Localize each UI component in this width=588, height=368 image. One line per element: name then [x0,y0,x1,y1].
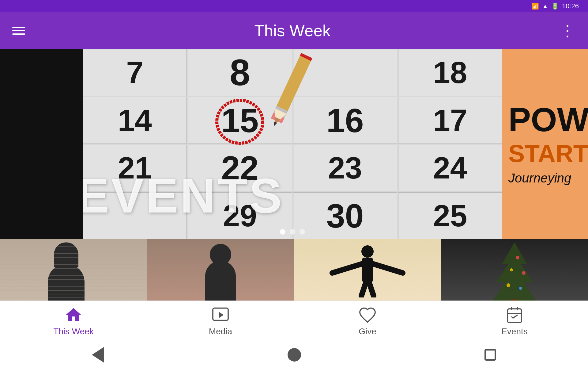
hamburger-line [12,30,25,31]
svg-point-18 [522,271,526,275]
tree-decoration [441,239,588,301]
strip-segment-1 [0,239,147,301]
svg-marker-14 [493,242,536,301]
nav-item-give[interactable]: Give [337,306,398,336]
cal-cell-23: 23 [293,145,397,192]
nav-label-events: Events [501,327,528,336]
nav-label-give: Give [359,327,376,336]
status-bar: 📶 ▲ 🔋 10:26 [0,0,588,12]
svg-point-19 [507,283,510,287]
nav-label-media: Media [209,327,232,336]
right-start-text: START [508,140,582,168]
bottom-nav: This Week Media Give Events [0,301,588,341]
carousel-dot-1[interactable] [290,229,295,235]
recents-button[interactable] [484,349,496,361]
carousel-dots [280,229,305,235]
carousel-left-panel [0,49,83,239]
svg-line-12 [361,282,366,296]
svg-point-16 [516,256,519,259]
cal-cell-14: 14 [83,97,187,144]
svg-line-10 [332,264,362,273]
carousel-dot-2[interactable] [300,229,305,235]
nav-item-events[interactable]: Events [484,306,545,336]
svg-rect-23 [508,309,522,323]
svg-rect-1 [275,53,312,114]
carousel-right-panel: POW START Journeying [502,49,588,239]
hamburger-line [12,27,25,28]
arms-spread-silhouette [329,242,406,297]
image-strip [0,239,588,301]
media-icon [211,306,230,324]
cal-cell-18: 18 [398,49,502,96]
strip-segment-2 [147,239,294,301]
strip-segment-4 [441,239,588,301]
cal-cell-24: 24 [398,145,502,192]
carousel[interactable]: 7 8 18 14 15 16 17 21 [0,49,588,239]
svg-line-11 [373,264,403,273]
status-time: 10:26 [562,2,579,10]
home-button[interactable] [288,348,301,362]
main-content: 7 8 18 14 15 16 17 21 [0,49,588,301]
battery-icon: 🔋 [551,2,559,10]
events-overlay-text: EVENTS [83,167,284,224]
svg-point-20 [519,287,522,290]
recents-square-icon [484,349,496,361]
events-icon [505,306,524,324]
signal-icon: ▲ [542,3,548,10]
app-bar-title: This Week [254,21,330,40]
svg-point-17 [510,268,513,271]
wifi-icon: 📶 [531,2,539,10]
svg-rect-9 [362,258,373,282]
cal-cell-30: 30 [293,192,397,239]
hamburger-line [12,33,25,35]
carousel-dot-0[interactable] [280,229,285,235]
more-options-button[interactable]: ⋮ [560,23,576,38]
cal-cell-7: 7 [83,49,187,96]
app-bar: This Week ⋮ [0,12,588,49]
svg-point-8 [361,245,374,258]
system-nav [0,341,588,368]
nav-item-media[interactable]: Media [190,306,251,336]
cal-cell-25: 25 [398,192,502,239]
hamburger-menu-button[interactable] [12,27,25,35]
give-icon [358,306,377,324]
back-triangle-icon [92,347,104,363]
svg-line-13 [369,282,374,296]
nav-label-this-week: This Week [53,327,94,336]
home-circle-icon [288,348,301,362]
nav-item-this-week[interactable]: This Week [43,306,104,336]
home-icon [64,306,83,324]
carousel-calendar-slide: 7 8 18 14 15 16 17 21 [83,49,502,239]
back-button[interactable] [92,347,104,363]
strip-segment-3 [294,239,441,301]
right-journeying-text: Journeying [508,171,582,186]
right-pow-text: POW [508,103,582,136]
cal-cell-17: 17 [398,97,502,144]
svg-marker-22 [219,312,224,318]
